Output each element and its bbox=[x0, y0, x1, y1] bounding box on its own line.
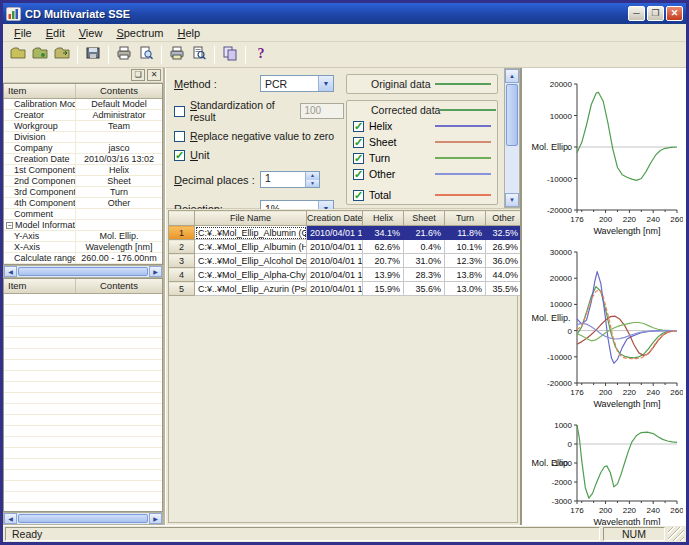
sheet-cell[interactable]: 0.4% bbox=[404, 240, 445, 254]
properties-horizontal-scrollbar[interactable]: ◀ ▶ bbox=[3, 265, 163, 278]
scrollbar-thumb[interactable] bbox=[18, 267, 148, 276]
sheet-checkbox[interactable] bbox=[353, 137, 364, 148]
creation-date-cell[interactable]: 2010/04/01 10:54 bbox=[307, 268, 363, 282]
menu-item-view[interactable]: View bbox=[72, 25, 110, 41]
turn-cell[interactable]: 11.8% bbox=[445, 226, 486, 240]
other-checkbox[interactable] bbox=[353, 169, 364, 180]
total-checkbox[interactable] bbox=[353, 190, 364, 201]
property-row[interactable]: Creation Date2010/03/16 13:02 bbox=[4, 154, 162, 165]
secondary-horizontal-scrollbar[interactable]: ◀ ▶ bbox=[3, 512, 163, 525]
dock-pin-icon[interactable]: ❏ bbox=[131, 69, 145, 81]
row-number[interactable]: 4 bbox=[169, 268, 195, 282]
close-button[interactable]: ✕ bbox=[666, 6, 683, 21]
row-number[interactable]: 2 bbox=[169, 240, 195, 254]
helix-cell[interactable]: 34.1% bbox=[363, 226, 404, 240]
scroll-right-icon[interactable]: ▶ bbox=[149, 513, 162, 524]
menu-item-spectrum[interactable]: Spectrum bbox=[109, 25, 170, 41]
empty-row[interactable] bbox=[4, 393, 162, 404]
creation-date-cell[interactable]: 2010/04/01 10:54 bbox=[307, 226, 363, 240]
property-row[interactable]: 2nd ComponentSheet bbox=[4, 176, 162, 187]
file-name-cell[interactable]: C:¥..¥Mol_Ellip_Albumin (Human Se bbox=[195, 240, 307, 254]
empty-row[interactable] bbox=[4, 294, 162, 305]
helix-checkbox[interactable] bbox=[353, 121, 364, 132]
row-number[interactable]: 3 bbox=[169, 254, 195, 268]
empty-row[interactable] bbox=[4, 415, 162, 426]
property-row[interactable]: 1st ComponentHelix bbox=[4, 165, 162, 176]
empty-row[interactable] bbox=[4, 360, 162, 371]
sheet-cell[interactable]: 28.3% bbox=[404, 268, 445, 282]
empty-row[interactable] bbox=[4, 404, 162, 415]
helix-cell[interactable]: 15.9% bbox=[363, 282, 404, 296]
column-header-item[interactable]: Item bbox=[4, 84, 76, 98]
results-column-header[interactable] bbox=[169, 211, 195, 226]
maximize-button[interactable]: ❐ bbox=[647, 6, 664, 21]
property-row[interactable]: Comment bbox=[4, 209, 162, 220]
unit-checkbox[interactable] bbox=[174, 150, 185, 161]
menu-item-edit[interactable]: Edit bbox=[39, 25, 72, 41]
property-row[interactable]: X-AxisWavelength [nm] bbox=[4, 242, 162, 253]
file-name-cell[interactable]: C:¥..¥Mol_Ellip_Alcohol Dehydrogen bbox=[195, 254, 307, 268]
table-row[interactable]: 5C:¥..¥Mol_Ellip_Azurin (Pseudomon2010/0… bbox=[169, 282, 522, 296]
property-row[interactable]: Calibration ModelDefault Model bbox=[4, 99, 162, 110]
results-column-header[interactable]: Helix bbox=[363, 211, 404, 226]
results-column-header[interactable]: Other bbox=[486, 211, 522, 226]
empty-row[interactable] bbox=[4, 327, 162, 338]
property-row[interactable]: 4th ComponentOther bbox=[4, 198, 162, 209]
empty-row[interactable] bbox=[4, 305, 162, 316]
table-row[interactable]: 1C:¥..¥Mol_Ellip_Albumin (Chicken E2010/… bbox=[169, 226, 522, 240]
print-color-button[interactable] bbox=[166, 44, 188, 65]
other-cell[interactable]: 26.9% bbox=[486, 240, 522, 254]
open-data-button[interactable] bbox=[29, 44, 51, 65]
title-bar[interactable]: CD Multivariate SSE ─ ❐ ✕ bbox=[3, 3, 686, 24]
creation-date-cell[interactable]: 2010/04/01 10:54 bbox=[307, 240, 363, 254]
helix-cell[interactable]: 62.6% bbox=[363, 240, 404, 254]
dock-close-icon[interactable]: ✕ bbox=[147, 69, 161, 81]
open-model-button[interactable] bbox=[7, 44, 29, 65]
file-name-cell[interactable]: C:¥..¥Mol_Ellip_Azurin (Pseudomon bbox=[195, 282, 307, 296]
other-cell[interactable]: 44.0% bbox=[486, 268, 522, 282]
results-column-header[interactable]: File Name bbox=[195, 211, 307, 226]
empty-row[interactable] bbox=[4, 492, 162, 503]
empty-row[interactable] bbox=[4, 371, 162, 382]
sheet-cell[interactable]: 31.0% bbox=[404, 254, 445, 268]
empty-row[interactable] bbox=[4, 338, 162, 349]
empty-row[interactable] bbox=[4, 316, 162, 327]
file-name-cell[interactable]: C:¥..¥Mol_Ellip_Albumin (Chicken E bbox=[195, 226, 307, 240]
scroll-right-icon[interactable]: ▶ bbox=[149, 266, 162, 277]
results-column-header[interactable]: Creation Date bbox=[307, 211, 363, 226]
turn-cell[interactable]: 12.3% bbox=[445, 254, 486, 268]
controls-vertical-scrollbar[interactable]: ▲ ▼ bbox=[504, 68, 520, 208]
menu-item-file[interactable]: File bbox=[7, 25, 39, 41]
method-select[interactable]: PCR ▼ bbox=[260, 75, 334, 92]
column-header-item[interactable]: Item bbox=[4, 279, 76, 293]
other-cell[interactable]: 36.0% bbox=[486, 254, 522, 268]
replace-negative-checkbox[interactable] bbox=[174, 131, 185, 142]
creation-date-cell[interactable]: 2010/04/01 10:54 bbox=[307, 282, 363, 296]
turn-cell[interactable]: 13.0% bbox=[445, 282, 486, 296]
scroll-left-icon[interactable]: ◀ bbox=[4, 266, 17, 277]
print-button[interactable] bbox=[113, 44, 135, 65]
decimal-places-stepper[interactable]: 1 ▲ ▼ bbox=[260, 171, 320, 188]
standardization-checkbox[interactable] bbox=[174, 106, 185, 117]
file-name-cell[interactable]: C:¥..¥Mol_Ellip_Alpha-Chymotrypsi bbox=[195, 268, 307, 282]
other-cell[interactable]: 35.5% bbox=[486, 282, 522, 296]
property-row[interactable]: CreatorAdministrator bbox=[4, 110, 162, 121]
empty-row[interactable] bbox=[4, 382, 162, 393]
empty-row[interactable] bbox=[4, 470, 162, 481]
scroll-up-icon[interactable]: ▲ bbox=[505, 69, 519, 83]
column-header-contents[interactable]: Contents bbox=[76, 84, 162, 98]
resize-grip[interactable] bbox=[668, 527, 684, 541]
copy-button[interactable] bbox=[219, 44, 241, 65]
row-number[interactable]: 5 bbox=[169, 282, 195, 296]
property-row[interactable]: WorkgroupTeam bbox=[4, 121, 162, 132]
print-preview-button[interactable] bbox=[135, 44, 157, 65]
collapse-icon[interactable]: − bbox=[6, 222, 13, 229]
spin-down-icon[interactable]: ▼ bbox=[306, 180, 319, 188]
search-report-button[interactable] bbox=[188, 44, 210, 65]
property-row[interactable]: 3rd ComponentTurn bbox=[4, 187, 162, 198]
standardization-value-field[interactable]: 100 bbox=[300, 103, 344, 119]
scrollbar-thumb[interactable] bbox=[506, 84, 518, 146]
empty-row[interactable] bbox=[4, 448, 162, 459]
table-row[interactable]: 2C:¥..¥Mol_Ellip_Albumin (Human Se2010/0… bbox=[169, 240, 522, 254]
property-row[interactable]: −Model Information bbox=[4, 220, 162, 231]
